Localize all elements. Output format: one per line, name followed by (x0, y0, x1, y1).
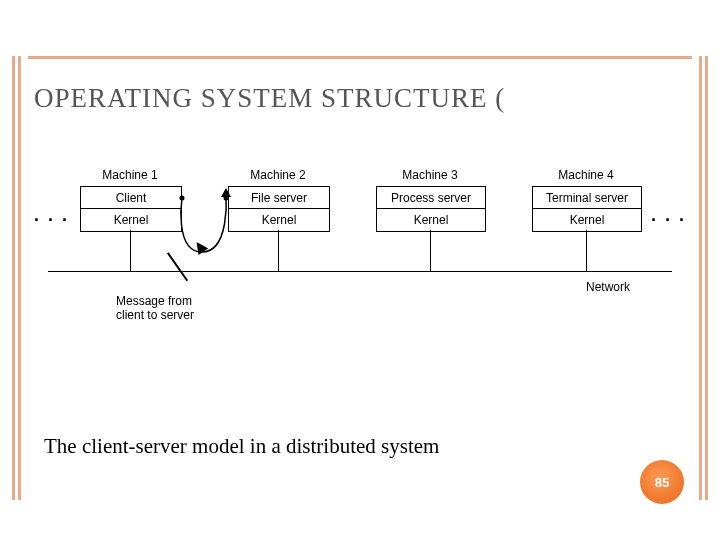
machine-3-label: Machine 3 (376, 168, 484, 182)
page-number-badge: 85 (640, 460, 684, 504)
slide: OPERATING SYSTEM STRUCTURE ( · · · · · ·… (0, 0, 720, 540)
network-label: Network (586, 280, 630, 294)
svg-point-0 (180, 196, 185, 201)
machine-1-role: Client (80, 186, 182, 210)
ellipsis-left-icon: · · · (34, 210, 69, 231)
machine-4-drop (586, 230, 587, 271)
machine-3-role: Process server (376, 186, 486, 210)
ellipsis-right-icon: · · · (651, 210, 686, 231)
machine-4-kernel: Kernel (532, 208, 642, 232)
machine-4-role: Terminal server (532, 186, 642, 210)
divider-left-2 (18, 56, 21, 500)
message-label-line2: client to server (116, 308, 194, 322)
figure-caption: The client-server model in a distributed… (44, 434, 439, 459)
message-arrowhead-icon (221, 188, 231, 197)
machine-2-label: Machine 2 (228, 168, 328, 182)
machine-4-label: Machine 4 (532, 168, 640, 182)
machine-1-label: Machine 1 (80, 168, 180, 182)
machine-3-kernel: Kernel (376, 208, 486, 232)
architecture-diagram: · · · · · · Network Machine 1 Client Ker… (48, 168, 672, 336)
machine-1-kernel: Kernel (80, 208, 182, 232)
machine-1-drop (130, 230, 131, 271)
machine-3-drop (430, 230, 431, 271)
divider-right (705, 56, 708, 500)
page-title: OPERATING SYSTEM STRUCTURE ( (34, 83, 505, 114)
divider-left (12, 56, 15, 500)
message-arrow-curve (168, 192, 378, 272)
divider-top (28, 56, 692, 59)
message-label-line1: Message from (116, 294, 192, 308)
divider-right-2 (699, 56, 702, 500)
page-number: 85 (655, 475, 669, 490)
